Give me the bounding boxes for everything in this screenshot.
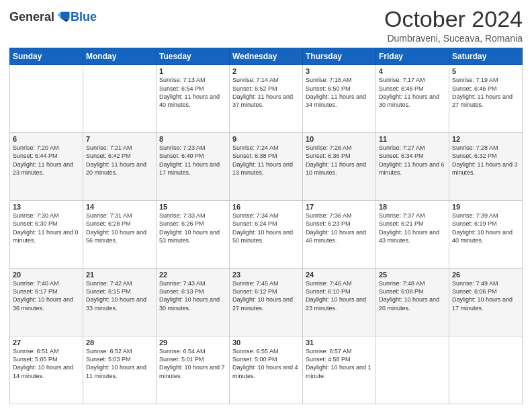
calendar-cell: 23Sunrise: 7:45 AM Sunset: 6:12 PM Dayli…	[230, 269, 303, 336]
cell-day-number: 16	[232, 203, 300, 211]
cell-day-number: 15	[159, 203, 226, 211]
logo-blue-text: Blue	[71, 10, 97, 24]
cell-day-number: 31	[306, 338, 373, 347]
calendar-cell: 4Sunrise: 7:17 AM Sunset: 6:48 PM Daylig…	[376, 65, 449, 133]
cell-daylight-info: Sunrise: 7:23 AM Sunset: 6:40 PM Dayligh…	[159, 144, 226, 177]
calendar-cell: 29Sunrise: 6:54 AM Sunset: 5:01 PM Dayli…	[157, 336, 230, 404]
calendar-cell: 5Sunrise: 7:19 AM Sunset: 6:46 PM Daylig…	[449, 65, 523, 133]
cell-day-number: 22	[159, 271, 226, 279]
cell-day-number: 3	[306, 67, 373, 75]
cell-daylight-info: Sunrise: 7:20 AM Sunset: 6:44 PM Dayligh…	[13, 144, 80, 177]
cell-day-number: 24	[306, 271, 373, 279]
cell-day-number: 30	[232, 338, 300, 347]
cell-day-number: 19	[452, 203, 519, 211]
calendar-cell: 21Sunrise: 7:42 AM Sunset: 6:15 PM Dayli…	[83, 269, 157, 336]
cell-daylight-info: Sunrise: 7:36 AM Sunset: 6:23 PM Dayligh…	[306, 212, 373, 244]
cell-daylight-info: Sunrise: 7:30 AM Sunset: 6:30 PM Dayligh…	[13, 212, 80, 244]
cell-daylight-info: Sunrise: 7:21 AM Sunset: 6:42 PM Dayligh…	[86, 144, 153, 177]
cell-daylight-info: Sunrise: 7:42 AM Sunset: 6:15 PM Dayligh…	[86, 279, 153, 312]
title-block: October 2024 Dumbraveni, Suceava, Romani…	[384, 7, 523, 44]
calendar-cell: 19Sunrise: 7:39 AM Sunset: 6:19 PM Dayli…	[449, 201, 523, 269]
svg-marker-0	[60, 12, 69, 19]
calendar-cell: 13Sunrise: 7:30 AM Sunset: 6:30 PM Dayli…	[10, 201, 83, 269]
calendar-cell: 12Sunrise: 7:28 AM Sunset: 6:32 PM Dayli…	[449, 133, 523, 201]
cell-daylight-info: Sunrise: 6:52 AM Sunset: 5:03 PM Dayligh…	[86, 347, 153, 380]
cell-day-number: 13	[13, 203, 80, 211]
cell-day-number: 20	[13, 271, 80, 279]
cell-daylight-info: Sunrise: 7:13 AM Sunset: 6:54 PM Dayligh…	[159, 76, 226, 109]
calendar-cell: 8Sunrise: 7:23 AM Sunset: 6:40 PM Daylig…	[157, 133, 230, 201]
weekday-header-monday: Monday	[83, 48, 157, 65]
cell-daylight-info: Sunrise: 7:33 AM Sunset: 6:26 PM Dayligh…	[159, 212, 226, 244]
cell-day-number: 2	[232, 67, 300, 75]
cell-daylight-info: Sunrise: 6:54 AM Sunset: 5:01 PM Dayligh…	[159, 347, 226, 380]
cell-day-number: 5	[452, 67, 519, 75]
calendar-cell: 11Sunrise: 7:27 AM Sunset: 6:34 PM Dayli…	[376, 133, 449, 201]
cell-day-number: 6	[13, 135, 80, 143]
cell-daylight-info: Sunrise: 6:55 AM Sunset: 5:00 PM Dayligh…	[232, 347, 300, 380]
cell-daylight-info: Sunrise: 6:57 AM Sunset: 4:58 PM Dayligh…	[306, 347, 373, 380]
calendar-cell: 1Sunrise: 7:13 AM Sunset: 6:54 PM Daylig…	[157, 65, 230, 133]
cell-daylight-info: Sunrise: 7:37 AM Sunset: 6:21 PM Dayligh…	[379, 212, 446, 244]
svg-marker-1	[60, 18, 69, 22]
cell-daylight-info: Sunrise: 7:43 AM Sunset: 6:13 PM Dayligh…	[159, 279, 226, 312]
calendar-cell: 17Sunrise: 7:36 AM Sunset: 6:23 PM Dayli…	[303, 201, 376, 269]
cell-daylight-info: Sunrise: 7:24 AM Sunset: 6:38 PM Dayligh…	[232, 144, 300, 177]
cell-daylight-info: Sunrise: 7:28 AM Sunset: 6:32 PM Dayligh…	[452, 144, 519, 177]
logo-general-text: General	[9, 10, 54, 24]
cell-daylight-info: Sunrise: 7:34 AM Sunset: 6:24 PM Dayligh…	[232, 212, 300, 244]
cell-day-number: 14	[86, 203, 153, 211]
cell-daylight-info: Sunrise: 7:14 AM Sunset: 6:52 PM Dayligh…	[232, 76, 300, 109]
cell-day-number: 17	[306, 203, 373, 211]
calendar-cell: 30Sunrise: 6:55 AM Sunset: 5:00 PM Dayli…	[230, 336, 303, 404]
cell-day-number: 12	[452, 135, 519, 143]
cell-day-number: 11	[379, 135, 446, 143]
cell-day-number: 27	[13, 338, 80, 347]
header: General Blue October 2024 Dumbraveni, Su…	[9, 7, 523, 44]
calendar-cell: 28Sunrise: 6:52 AM Sunset: 5:03 PM Dayli…	[83, 336, 157, 404]
cell-day-number: 18	[379, 203, 446, 211]
cell-day-number: 1	[159, 67, 226, 75]
cell-daylight-info: Sunrise: 7:49 AM Sunset: 6:06 PM Dayligh…	[452, 279, 519, 312]
calendar-cell	[83, 65, 157, 133]
cell-day-number: 7	[86, 135, 153, 143]
weekday-header-tuesday: Tuesday	[157, 48, 230, 65]
cell-day-number: 26	[452, 271, 519, 279]
calendar-cell	[376, 336, 449, 404]
location-subtitle: Dumbraveni, Suceava, Romania	[384, 33, 523, 44]
cell-daylight-info: Sunrise: 7:46 AM Sunset: 6:10 PM Dayligh…	[306, 279, 373, 312]
calendar-cell: 16Sunrise: 7:34 AM Sunset: 6:24 PM Dayli…	[230, 201, 303, 269]
cell-daylight-info: Sunrise: 7:48 AM Sunset: 6:08 PM Dayligh…	[379, 279, 446, 312]
calendar-cell: 7Sunrise: 7:21 AM Sunset: 6:42 PM Daylig…	[83, 133, 157, 201]
svg-marker-2	[58, 12, 60, 19]
cell-day-number: 4	[379, 67, 446, 75]
calendar-cell: 2Sunrise: 7:14 AM Sunset: 6:52 PM Daylig…	[230, 65, 303, 133]
cell-day-number: 10	[306, 135, 373, 143]
calendar-cell: 26Sunrise: 7:49 AM Sunset: 6:06 PM Dayli…	[449, 269, 523, 336]
cell-day-number: 29	[159, 338, 226, 347]
calendar-cell	[449, 336, 523, 404]
calendar-cell: 3Sunrise: 7:16 AM Sunset: 6:50 PM Daylig…	[303, 65, 376, 133]
logo-icon	[56, 9, 71, 24]
calendar-cell	[10, 65, 83, 133]
calendar-cell: 9Sunrise: 7:24 AM Sunset: 6:38 PM Daylig…	[230, 133, 303, 201]
calendar-cell: 20Sunrise: 7:40 AM Sunset: 6:17 PM Dayli…	[10, 269, 83, 336]
calendar-cell: 6Sunrise: 7:20 AM Sunset: 6:44 PM Daylig…	[10, 133, 83, 201]
weekday-header-friday: Friday	[376, 48, 449, 65]
cell-daylight-info: Sunrise: 7:39 AM Sunset: 6:19 PM Dayligh…	[452, 212, 519, 244]
cell-daylight-info: Sunrise: 7:40 AM Sunset: 6:17 PM Dayligh…	[13, 279, 80, 312]
cell-day-number: 25	[379, 271, 446, 279]
calendar-cell: 22Sunrise: 7:43 AM Sunset: 6:13 PM Dayli…	[157, 269, 230, 336]
cell-daylight-info: Sunrise: 7:17 AM Sunset: 6:48 PM Dayligh…	[379, 76, 446, 109]
logo: General Blue	[9, 9, 97, 24]
calendar-page: General Blue October 2024 Dumbraveni, Su…	[0, 0, 532, 411]
cell-daylight-info: Sunrise: 7:27 AM Sunset: 6:34 PM Dayligh…	[379, 144, 446, 177]
cell-daylight-info: Sunrise: 7:16 AM Sunset: 6:50 PM Dayligh…	[306, 76, 373, 109]
calendar-table: SundayMondayTuesdayWednesdayThursdayFrid…	[9, 48, 523, 404]
cell-day-number: 9	[232, 135, 300, 143]
calendar-cell: 27Sunrise: 6:51 AM Sunset: 5:05 PM Dayli…	[10, 336, 83, 404]
cell-daylight-info: Sunrise: 7:45 AM Sunset: 6:12 PM Dayligh…	[232, 279, 300, 312]
cell-day-number: 23	[232, 271, 300, 279]
calendar-cell: 15Sunrise: 7:33 AM Sunset: 6:26 PM Dayli…	[157, 201, 230, 269]
cell-daylight-info: Sunrise: 7:31 AM Sunset: 6:28 PM Dayligh…	[86, 212, 153, 244]
